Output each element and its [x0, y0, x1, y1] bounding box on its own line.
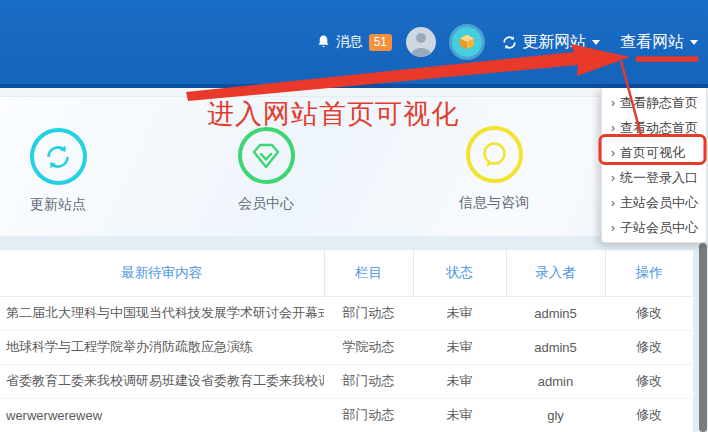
shortcut-label: 更新站点	[18, 196, 98, 214]
row-status-badge: 未审	[413, 398, 506, 432]
row-edit-link[interactable]: 修改	[605, 364, 693, 398]
top-navigation-bar: 消息 51 更新网站	[0, 0, 708, 88]
row-status-badge: 未审	[413, 364, 506, 398]
table-row: werwerwerewew 部门动态 未审 gly 修改	[0, 398, 693, 432]
person-icon	[406, 27, 436, 57]
row-edit-link[interactable]: 修改	[605, 296, 693, 330]
user-avatar[interactable]	[406, 27, 436, 57]
row-category: 部门动态	[324, 398, 413, 432]
row-edit-link[interactable]: 修改	[605, 398, 693, 432]
chevron-right-icon: ›	[611, 221, 615, 235]
circle-frame	[466, 126, 523, 183]
col-header-action: 操作	[605, 250, 693, 296]
row-status-badge: 未审	[413, 330, 506, 364]
shortcut-update-site[interactable]: 更新站点	[18, 128, 98, 214]
chat-icon	[479, 140, 509, 170]
pending-review-panel: 最新待审内容 栏目 状态 录入者 操作 第二届北大理科与中国现当代科技发展学术研…	[0, 250, 693, 432]
row-title-link[interactable]: 省委教育工委来我校调研易班建设省委教育工委来我校调研易班建设	[0, 364, 324, 398]
messages-count-badge: 51	[369, 34, 392, 51]
table-row: 第二届北大理科与中国现当代科技发展学术研讨会开幕式 部门动态 未审 admin5…	[0, 296, 693, 330]
circle-frame	[30, 128, 87, 185]
row-status-badge: 未审	[413, 296, 506, 330]
table-header-row: 最新待审内容 栏目 状态 录入者 操作	[0, 250, 693, 296]
chevron-right-icon: ›	[611, 96, 615, 110]
row-category: 部门动态	[324, 364, 413, 398]
menu-item-unified-login[interactable]: ›统一登录入口	[602, 165, 706, 190]
chevron-down-icon	[690, 40, 698, 45]
view-website-label: 查看网站	[620, 32, 684, 53]
circle-frame	[238, 127, 295, 184]
table-row: 省委教育工委来我校调研易班建设省委教育工委来我校调研易班建设 部门动态 未审 a…	[0, 364, 693, 398]
admin-dashboard-page: 消息 51 更新网站	[0, 0, 708, 432]
col-header-category: 栏目	[324, 250, 413, 296]
pending-review-table: 最新待审内容 栏目 状态 录入者 操作 第二届北大理科与中国现当代科技发展学术研…	[0, 250, 693, 432]
row-author: admin5	[506, 330, 605, 364]
col-header-pending-content: 最新待审内容	[0, 250, 324, 296]
shortcut-member-center[interactable]: 会员中心	[226, 127, 306, 213]
row-edit-link[interactable]: 修改	[605, 330, 693, 364]
app-cube-button[interactable]	[452, 27, 482, 57]
row-title-link[interactable]: werwerwerewew	[0, 398, 324, 432]
chevron-right-icon: ›	[611, 196, 615, 210]
bell-icon	[316, 34, 331, 50]
view-website-dropdown: ›查看静态首页 ›查看动态首页 ›首页可视化 ›统一登录入口 ›主站会员中心 ›…	[601, 88, 707, 243]
cube-icon	[458, 33, 476, 51]
vertical-scrollbar-thumb[interactable]	[699, 243, 707, 432]
chevron-right-icon: ›	[611, 146, 615, 160]
messages-label: 消息	[336, 33, 363, 51]
row-title-link[interactable]: 地球科学与工程学院举办消防疏散应急演练	[0, 330, 324, 364]
messages-button[interactable]: 消息 51	[316, 33, 392, 51]
row-author: admin	[506, 364, 605, 398]
table-row: 地球科学与工程学院举办消防疏散应急演练 学院动态 未审 admin5 修改	[0, 330, 693, 364]
chevron-down-icon	[592, 40, 600, 45]
menu-item-main-member-center[interactable]: ›主站会员中心	[602, 190, 706, 215]
shortcut-label: 会员中心	[226, 195, 306, 213]
col-header-author: 录入者	[506, 250, 605, 296]
row-category: 部门动态	[324, 296, 413, 330]
shortcut-info-consult[interactable]: 信息与咨询	[454, 126, 534, 212]
gem-icon	[250, 141, 282, 171]
menu-item-home-visualize[interactable]: ›首页可视化	[602, 140, 706, 165]
menu-item-dynamic-home[interactable]: ›查看动态首页	[602, 115, 706, 140]
update-website-menu[interactable]: 更新网站	[502, 32, 600, 53]
view-website-menu[interactable]: 查看网站	[620, 32, 698, 53]
annotation-caption: 进入网站首页可视化	[207, 96, 459, 132]
update-website-label: 更新网站	[522, 32, 586, 53]
col-header-status: 状态	[413, 250, 506, 296]
row-title-link[interactable]: 第二届北大理科与中国现当代科技发展学术研讨会开幕式	[0, 296, 324, 330]
menu-item-sub-member-center[interactable]: ›子站会员中心	[602, 215, 706, 240]
chevron-right-icon: ›	[611, 121, 615, 135]
row-author: admin5	[506, 296, 605, 330]
refresh-icon	[502, 35, 517, 50]
row-author: gly	[506, 398, 605, 432]
row-category: 学院动态	[324, 330, 413, 364]
shortcut-label: 信息与咨询	[454, 194, 534, 212]
menu-item-static-home[interactable]: ›查看静态首页	[602, 90, 706, 115]
chevron-right-icon: ›	[611, 171, 615, 185]
refresh-icon	[43, 142, 73, 172]
